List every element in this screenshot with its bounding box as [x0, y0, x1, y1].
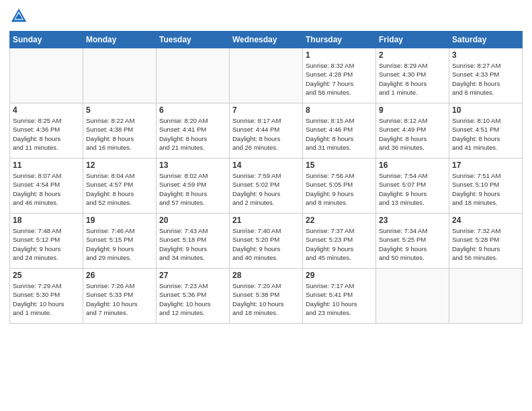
- calendar-day-21: 21Sunrise: 7:40 AM Sunset: 5:20 PM Dayli…: [230, 214, 303, 269]
- calendar-week-row-2: 11Sunrise: 8:07 AM Sunset: 4:54 PM Dayli…: [10, 158, 523, 214]
- day-info-15: Sunrise: 7:56 AM Sunset: 5:05 PM Dayligh…: [306, 171, 373, 207]
- day-info-18: Sunrise: 7:48 AM Sunset: 5:12 PM Dayligh…: [13, 226, 80, 262]
- calendar-day-22: 22Sunrise: 7:37 AM Sunset: 5:23 PM Dayli…: [303, 214, 376, 269]
- day-number-24: 24: [452, 216, 519, 225]
- calendar-day-4: 4Sunrise: 8:25 AM Sunset: 4:36 PM Daylig…: [10, 103, 83, 158]
- calendar-day-9: 9Sunrise: 8:12 AM Sunset: 4:49 PM Daylig…: [376, 103, 449, 158]
- day-number-5: 5: [86, 105, 153, 115]
- calendar-week-row-1: 4Sunrise: 8:25 AM Sunset: 4:36 PM Daylig…: [10, 103, 523, 158]
- day-info-22: Sunrise: 7:37 AM Sunset: 5:23 PM Dayligh…: [306, 226, 373, 262]
- calendar-table: SundayMondayTuesdayWednesdayThursdayFrid…: [9, 31, 523, 324]
- day-number-8: 8: [306, 105, 373, 115]
- calendar-day-25: 25Sunrise: 7:29 AM Sunset: 5:30 PM Dayli…: [10, 269, 83, 324]
- calendar-day-18: 18Sunrise: 7:48 AM Sunset: 5:12 PM Dayli…: [10, 214, 83, 269]
- day-info-5: Sunrise: 8:22 AM Sunset: 4:38 PM Dayligh…: [86, 116, 153, 152]
- calendar-day-5: 5Sunrise: 8:22 AM Sunset: 4:38 PM Daylig…: [83, 103, 157, 158]
- calendar-day-20: 20Sunrise: 7:43 AM Sunset: 5:18 PM Dayli…: [157, 214, 230, 269]
- day-number-16: 16: [379, 161, 446, 170]
- calendar-week-row-3: 18Sunrise: 7:48 AM Sunset: 5:12 PM Dayli…: [10, 214, 523, 269]
- day-number-27: 27: [159, 271, 226, 280]
- calendar-day-2: 2Sunrise: 8:29 AM Sunset: 4:30 PM Daylig…: [376, 48, 449, 103]
- weekday-header-friday: Friday: [376, 32, 449, 48]
- calendar-empty-cell: [230, 48, 303, 103]
- day-number-13: 13: [159, 161, 226, 170]
- day-number-21: 21: [232, 216, 300, 225]
- day-info-19: Sunrise: 7:46 AM Sunset: 5:15 PM Dayligh…: [86, 226, 153, 262]
- day-number-17: 17: [452, 161, 519, 170]
- day-number-29: 29: [306, 271, 373, 280]
- calendar-empty-cell: [10, 48, 83, 103]
- calendar-day-17: 17Sunrise: 7:51 AM Sunset: 5:10 PM Dayli…: [449, 158, 523, 214]
- day-number-11: 11: [13, 161, 80, 170]
- day-info-23: Sunrise: 7:34 AM Sunset: 5:25 PM Dayligh…: [379, 226, 446, 262]
- weekday-header-saturday: Saturday: [449, 32, 523, 48]
- weekday-header-monday: Monday: [83, 32, 157, 48]
- day-info-8: Sunrise: 8:15 AM Sunset: 4:46 PM Dayligh…: [306, 116, 373, 152]
- day-info-17: Sunrise: 7:51 AM Sunset: 5:10 PM Dayligh…: [452, 171, 519, 207]
- calendar-day-11: 11Sunrise: 8:07 AM Sunset: 4:54 PM Dayli…: [10, 158, 83, 214]
- day-number-18: 18: [13, 216, 80, 225]
- weekday-header-row: SundayMondayTuesdayWednesdayThursdayFrid…: [10, 32, 523, 48]
- calendar-week-row-4: 25Sunrise: 7:29 AM Sunset: 5:30 PM Dayli…: [10, 269, 523, 324]
- day-info-21: Sunrise: 7:40 AM Sunset: 5:20 PM Dayligh…: [232, 226, 300, 262]
- calendar-day-27: 27Sunrise: 7:23 AM Sunset: 5:36 PM Dayli…: [157, 269, 230, 324]
- day-info-10: Sunrise: 8:10 AM Sunset: 4:51 PM Dayligh…: [452, 116, 519, 152]
- calendar-day-28: 28Sunrise: 7:20 AM Sunset: 5:38 PM Dayli…: [230, 269, 303, 324]
- calendar-day-24: 24Sunrise: 7:32 AM Sunset: 5:28 PM Dayli…: [449, 214, 523, 269]
- day-info-25: Sunrise: 7:29 AM Sunset: 5:30 PM Dayligh…: [13, 281, 80, 317]
- header: [9, 7, 523, 26]
- calendar-day-15: 15Sunrise: 7:56 AM Sunset: 5:05 PM Dayli…: [303, 158, 376, 214]
- day-number-12: 12: [86, 161, 153, 170]
- day-number-19: 19: [86, 216, 153, 225]
- calendar-day-3: 3Sunrise: 8:27 AM Sunset: 4:33 PM Daylig…: [449, 48, 523, 103]
- weekday-header-tuesday: Tuesday: [157, 32, 230, 48]
- day-info-14: Sunrise: 7:59 AM Sunset: 5:02 PM Dayligh…: [232, 171, 300, 207]
- calendar-day-19: 19Sunrise: 7:46 AM Sunset: 5:15 PM Dayli…: [83, 214, 157, 269]
- calendar-day-16: 16Sunrise: 7:54 AM Sunset: 5:07 PM Dayli…: [376, 158, 449, 214]
- day-info-11: Sunrise: 8:07 AM Sunset: 4:54 PM Dayligh…: [13, 171, 80, 207]
- day-info-7: Sunrise: 8:17 AM Sunset: 4:44 PM Dayligh…: [232, 116, 300, 152]
- calendar-day-23: 23Sunrise: 7:34 AM Sunset: 5:25 PM Dayli…: [376, 214, 449, 269]
- calendar-empty-cell: [376, 269, 449, 324]
- calendar-day-6: 6Sunrise: 8:20 AM Sunset: 4:41 PM Daylig…: [157, 103, 230, 158]
- calendar-day-13: 13Sunrise: 8:02 AM Sunset: 4:59 PM Dayli…: [157, 158, 230, 214]
- day-info-4: Sunrise: 8:25 AM Sunset: 4:36 PM Dayligh…: [13, 116, 80, 152]
- day-number-15: 15: [306, 161, 373, 170]
- logo: [9, 7, 31, 26]
- calendar-day-7: 7Sunrise: 8:17 AM Sunset: 4:44 PM Daylig…: [230, 103, 303, 158]
- day-info-6: Sunrise: 8:20 AM Sunset: 4:41 PM Dayligh…: [159, 116, 226, 152]
- day-info-13: Sunrise: 8:02 AM Sunset: 4:59 PM Dayligh…: [159, 171, 226, 207]
- calendar-empty-cell: [83, 48, 157, 103]
- calendar-day-29: 29Sunrise: 7:17 AM Sunset: 5:41 PM Dayli…: [303, 269, 376, 324]
- calendar-day-26: 26Sunrise: 7:26 AM Sunset: 5:33 PM Dayli…: [83, 269, 157, 324]
- day-number-23: 23: [379, 216, 446, 225]
- day-info-27: Sunrise: 7:23 AM Sunset: 5:36 PM Dayligh…: [159, 281, 226, 317]
- day-info-9: Sunrise: 8:12 AM Sunset: 4:49 PM Dayligh…: [379, 116, 446, 152]
- day-info-1: Sunrise: 8:32 AM Sunset: 4:28 PM Dayligh…: [306, 61, 373, 97]
- day-number-9: 9: [379, 105, 446, 115]
- day-number-4: 4: [13, 105, 80, 115]
- calendar-empty-cell: [157, 48, 230, 103]
- day-info-24: Sunrise: 7:32 AM Sunset: 5:28 PM Dayligh…: [452, 226, 519, 262]
- day-number-28: 28: [232, 271, 300, 280]
- day-number-25: 25: [13, 271, 80, 280]
- calendar-day-8: 8Sunrise: 8:15 AM Sunset: 4:46 PM Daylig…: [303, 103, 376, 158]
- day-info-20: Sunrise: 7:43 AM Sunset: 5:18 PM Dayligh…: [159, 226, 226, 262]
- calendar-day-12: 12Sunrise: 8:04 AM Sunset: 4:57 PM Dayli…: [83, 158, 157, 214]
- day-info-26: Sunrise: 7:26 AM Sunset: 5:33 PM Dayligh…: [86, 281, 153, 317]
- day-info-3: Sunrise: 8:27 AM Sunset: 4:33 PM Dayligh…: [452, 61, 519, 97]
- day-number-10: 10: [452, 105, 519, 115]
- day-number-1: 1: [306, 50, 373, 60]
- page: SundayMondayTuesdayWednesdayThursdayFrid…: [0, 0, 532, 411]
- calendar-week-row-0: 1Sunrise: 8:32 AM Sunset: 4:28 PM Daylig…: [10, 48, 523, 103]
- day-info-28: Sunrise: 7:20 AM Sunset: 5:38 PM Dayligh…: [232, 281, 300, 317]
- logo-icon: [9, 7, 28, 26]
- calendar-day-10: 10Sunrise: 8:10 AM Sunset: 4:51 PM Dayli…: [449, 103, 523, 158]
- calendar-day-1: 1Sunrise: 8:32 AM Sunset: 4:28 PM Daylig…: [303, 48, 376, 103]
- calendar-empty-cell: [449, 269, 523, 324]
- day-number-14: 14: [232, 161, 300, 170]
- day-number-6: 6: [159, 105, 226, 115]
- weekday-header-thursday: Thursday: [303, 32, 376, 48]
- day-info-12: Sunrise: 8:04 AM Sunset: 4:57 PM Dayligh…: [86, 171, 153, 207]
- day-number-20: 20: [159, 216, 226, 225]
